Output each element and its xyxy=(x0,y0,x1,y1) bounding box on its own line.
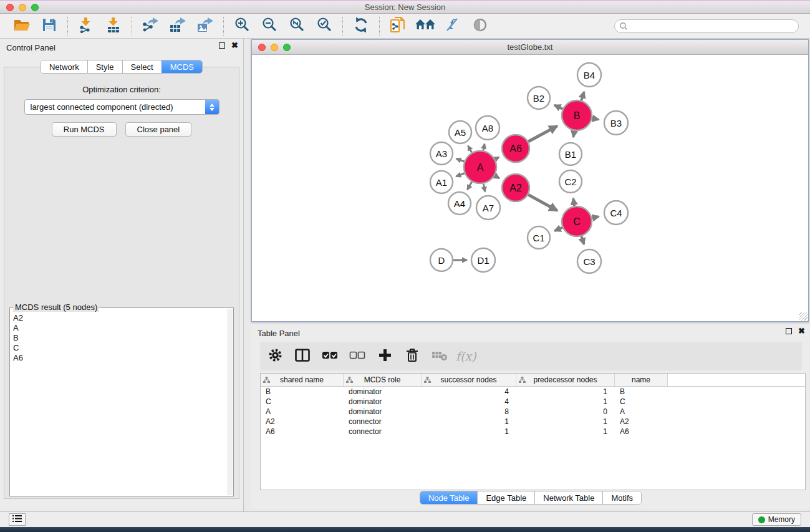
memory-button[interactable]: Memory xyxy=(752,513,801,526)
edge-C-C2[interactable] xyxy=(573,198,574,206)
tab-mcds[interactable]: MCDS xyxy=(162,60,202,73)
tab-network[interactable]: Network xyxy=(41,60,87,73)
table-cell[interactable]: 1 xyxy=(516,387,615,396)
show-details-button[interactable] xyxy=(468,16,492,36)
table-row[interactable]: Bdominator41B xyxy=(261,387,805,397)
graph-node-B2[interactable]: B2 xyxy=(528,87,550,109)
graph-node-A[interactable]: A xyxy=(464,151,496,183)
table-cell[interactable]: C xyxy=(261,397,344,406)
graph-node-D1[interactable]: D1 xyxy=(471,248,495,272)
close-panel-button[interactable]: Close panel xyxy=(125,122,192,137)
graph-node-C1[interactable]: C1 xyxy=(528,226,550,249)
graph-node-B1[interactable]: B1 xyxy=(559,143,582,165)
column-header-shared-name[interactable]: shared name xyxy=(261,374,344,386)
graph-node-A4[interactable]: A4 xyxy=(448,192,471,215)
table-cell[interactable]: B xyxy=(261,387,344,396)
table-row[interactable]: Cdominator41C xyxy=(261,397,805,407)
column-header-successor-nodes[interactable]: successor nodes xyxy=(422,374,516,386)
float-panel-icon[interactable] xyxy=(219,42,225,49)
split-columns-button[interactable] xyxy=(291,345,314,367)
export-table-button[interactable] xyxy=(166,16,190,36)
table-row[interactable]: Adominator80A xyxy=(261,407,805,417)
edge-B-B3[interactable] xyxy=(592,118,599,120)
home-button[interactable] xyxy=(413,16,437,36)
edge-A-A7[interactable] xyxy=(483,183,485,191)
table-tab-network-table[interactable]: Network Table xyxy=(534,491,602,504)
table-cell[interactable]: dominator xyxy=(344,387,422,396)
edge-B-B4[interactable] xyxy=(581,92,584,100)
graph-node-A8[interactable]: A8 xyxy=(476,116,499,140)
table-cell[interactable]: 4 xyxy=(422,397,516,406)
edge-C-C1[interactable] xyxy=(554,228,562,231)
network-graph[interactable]: AA6A2BCA5A8A3A1A4A7B2B4B3B1C2C4C1C3DD1 xyxy=(252,55,808,321)
gear-button[interactable] xyxy=(264,345,286,367)
import-network-button[interactable] xyxy=(74,16,98,36)
save-session-button[interactable] xyxy=(37,16,61,36)
table-cell[interactable]: 1 xyxy=(516,397,615,406)
result-scrollbar[interactable] xyxy=(228,309,233,495)
graph-node-C3[interactable]: C3 xyxy=(577,249,601,273)
table-cell[interactable]: A2 xyxy=(261,417,344,426)
table-cell[interactable]: 0 xyxy=(516,407,615,416)
delete-column-button[interactable] xyxy=(401,345,423,367)
graph-node-A5[interactable]: A5 xyxy=(449,121,471,143)
graph-node-A2[interactable]: A2 xyxy=(502,174,529,201)
table-tab-motifs[interactable]: Motifs xyxy=(602,491,641,504)
graph-node-B4[interactable]: B4 xyxy=(577,63,601,87)
deselect-all-button[interactable] xyxy=(346,345,369,367)
mcds-result-item[interactable]: A2 xyxy=(10,313,228,323)
edge-B-B1[interactable] xyxy=(573,131,574,137)
table-cell[interactable]: A6 xyxy=(615,427,668,436)
graph-node-C2[interactable]: C2 xyxy=(559,170,582,193)
open-session-button[interactable] xyxy=(10,16,34,36)
edge-A-A5[interactable] xyxy=(468,146,472,153)
close-table-panel-icon[interactable]: ✖ xyxy=(798,328,805,334)
zoom-out-button[interactable] xyxy=(258,16,281,36)
table-cell[interactable]: connector xyxy=(344,427,422,436)
network-canvas[interactable]: AA6A2BCA5A8A3A1A4A7B2B4B3B1C2C4C1C3DD1 xyxy=(252,55,808,321)
export-network-button[interactable] xyxy=(138,16,162,36)
edge-A-A3[interactable] xyxy=(456,158,465,162)
refresh-button[interactable] xyxy=(349,16,373,36)
graph-node-C[interactable]: C xyxy=(562,206,592,236)
resize-grip[interactable] xyxy=(799,312,808,321)
mcds-result-item[interactable]: C xyxy=(10,343,228,353)
table-cell[interactable]: A xyxy=(261,407,344,416)
graph-node-C4[interactable]: C4 xyxy=(604,201,628,225)
edge-A-A6[interactable] xyxy=(495,157,499,159)
table-tab-edge-table[interactable]: Edge Table xyxy=(477,491,534,504)
graph-node-A1[interactable]: A1 xyxy=(430,171,453,193)
mcds-result-list[interactable]: A2ABCA6 xyxy=(10,313,228,496)
graph-node-A6[interactable]: A6 xyxy=(502,135,529,162)
column-header-predecessor-nodes[interactable]: predecessor nodes xyxy=(516,374,615,386)
column-header-MCDS-role[interactable]: MCDS role xyxy=(344,374,422,386)
mcds-result-item[interactable]: A6 xyxy=(10,353,228,363)
table-cell[interactable]: C xyxy=(615,397,668,406)
edge-A-A4[interactable] xyxy=(467,181,471,190)
table-cell[interactable]: 8 xyxy=(422,407,516,416)
tab-select[interactable]: Select xyxy=(122,60,162,73)
table-cell[interactable]: connector xyxy=(344,417,422,426)
edge-A2-C[interactable] xyxy=(528,195,557,211)
table-cell[interactable]: A xyxy=(615,407,668,416)
task-history-button[interactable] xyxy=(9,513,26,526)
table-cell[interactable]: 1 xyxy=(516,427,615,436)
graph-node-A3[interactable]: A3 xyxy=(430,142,453,165)
graph-node-B[interactable]: B xyxy=(562,100,592,130)
graph-node-B3[interactable]: B3 xyxy=(604,111,628,135)
table-tab-node-table[interactable]: Node Table xyxy=(420,491,478,504)
graph-node-D[interactable]: D xyxy=(430,249,453,271)
table-cell[interactable]: A6 xyxy=(261,427,344,436)
table-cell[interactable]: 1 xyxy=(422,417,516,426)
edge-A6-B[interactable] xyxy=(528,126,557,142)
table-row[interactable]: A6connector11A6 xyxy=(261,427,805,437)
edge-C-C4[interactable] xyxy=(592,216,599,218)
table-cell[interactable]: A2 xyxy=(615,417,668,426)
edge-A-A8[interactable] xyxy=(483,144,485,151)
float-table-panel-icon[interactable] xyxy=(786,328,792,334)
mcds-result-item[interactable]: B xyxy=(10,333,228,343)
run-mcds-button[interactable]: Run MCDS xyxy=(52,122,117,137)
edge-C-C3[interactable] xyxy=(581,236,584,244)
edge-A-A2[interactable] xyxy=(494,176,499,178)
table-row[interactable]: A2connector11A2 xyxy=(261,417,805,427)
